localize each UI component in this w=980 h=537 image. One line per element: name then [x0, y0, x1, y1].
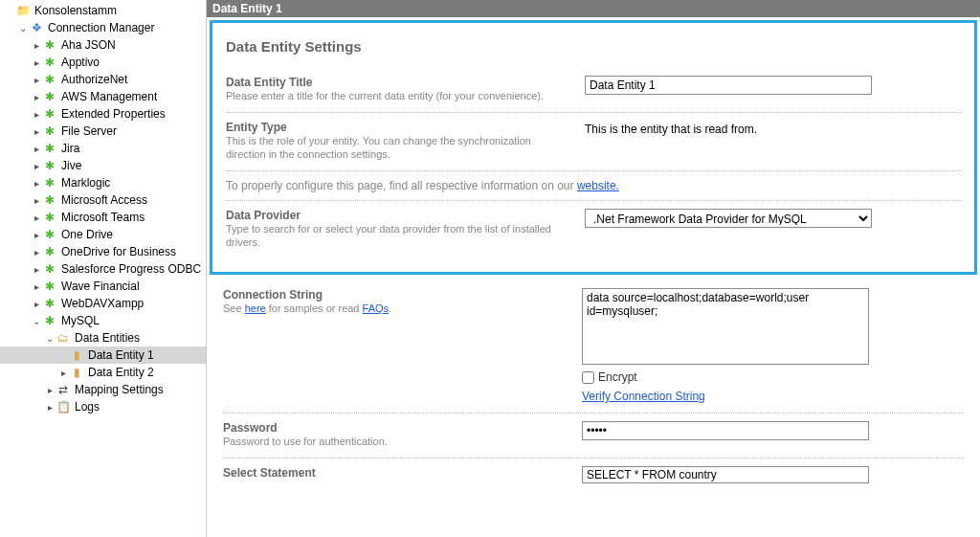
chevron-right-icon[interactable]: ▸ — [44, 385, 56, 395]
tree-connection-item[interactable]: ▸✱File Server — [0, 123, 206, 140]
password-label: Password — [223, 421, 563, 435]
connection-icon: ✱ — [42, 56, 57, 69]
tree-mapping-settings[interactable]: ▸ ⇄ Mapping Settings — [0, 381, 206, 398]
chevron-right-icon[interactable]: ▸ — [31, 247, 42, 257]
connection-icon: ✱ — [42, 297, 57, 310]
website-link[interactable]: website. — [577, 179, 619, 192]
settings-highlight-box: Data Entity Settings Data Entity Title P… — [210, 20, 977, 275]
tree-label: AuthorizeNet — [59, 73, 129, 86]
data-provider-select[interactable]: .Net Framework Data Provider for MySQL — [585, 209, 872, 228]
tree-data-entity-2[interactable]: ▸ ▮ Data Entity 2 — [0, 364, 206, 381]
tree-connection-item[interactable]: ▸✱OneDrive for Business — [0, 243, 206, 260]
chevron-right-icon[interactable]: ▸ — [31, 213, 42, 223]
encrypt-checkbox-row[interactable]: Encrypt — [582, 370, 964, 384]
tree-connection-item[interactable]: ▸✱Apptivo — [0, 54, 206, 71]
sidebar-tree: ▸ 📁 Konsolenstamm ⌄ ❖ Connection Manager… — [0, 0, 207, 537]
tree-connection-item[interactable]: ▸✱Extended Properties — [0, 105, 206, 123]
chevron-right-icon[interactable]: ▸ — [31, 178, 42, 189]
tree-root[interactable]: ▸ 📁 Konsolenstamm — [0, 2, 206, 19]
chevron-down-icon[interactable]: ⌄ — [17, 23, 29, 34]
tree-connection-item[interactable]: ⌄✱MySQL — [0, 312, 206, 329]
entity-icon: ▮ — [69, 366, 84, 379]
select-stmt-input[interactable] — [582, 466, 869, 483]
row-select-statement: Select Statement — [223, 459, 964, 483]
conn-string-textarea[interactable]: data source=localhost;database=world;use… — [582, 288, 869, 365]
panel-title-bar: Data Entity 1 — [207, 0, 980, 17]
encrypt-label: Encrypt — [598, 370, 637, 384]
chevron-down-icon[interactable]: ⌄ — [31, 316, 42, 326]
main-panel: Data Entity 1 Data Entity Settings Data … — [207, 0, 980, 537]
conn-string-label: Connection String — [223, 288, 563, 302]
entity-title-input[interactable] — [585, 76, 872, 95]
connection-icon: ✱ — [42, 124, 57, 138]
chevron-right-icon[interactable]: ▸ — [31, 144, 42, 154]
row-connection-string: Connection String See here for samples o… — [223, 280, 964, 414]
chevron-right-icon[interactable]: ▸ — [31, 75, 42, 85]
row-data-provider: Data Provider Type to search for or sele… — [226, 201, 961, 258]
chevron-right-icon[interactable]: ▸ — [31, 195, 42, 206]
tree-data-entity-1[interactable]: ▸ ▮ Data Entity 1 — [0, 347, 206, 364]
tree-label: Apptivo — [59, 56, 101, 69]
tree-label: Aha JSON — [59, 38, 118, 52]
chevron-right-icon[interactable]: ▸ — [31, 161, 42, 171]
section-title: Data Entity Settings — [226, 38, 961, 55]
tree-connection-item[interactable]: ▸✱Aha JSON — [0, 36, 206, 54]
tree-connection-item[interactable]: ▸✱AWS Management — [0, 88, 206, 105]
verify-connection-link[interactable]: Verify Connection String — [582, 390, 964, 403]
tree-data-entities-folder[interactable]: ⌄ 🗂 Data Entities — [0, 329, 206, 347]
connection-icon: ✱ — [42, 228, 57, 241]
connection-icon: ✱ — [42, 73, 57, 86]
connection-icon: ✱ — [42, 159, 57, 172]
chevron-down-icon[interactable]: ⌄ — [44, 333, 56, 344]
tree-connection-item[interactable]: ▸✱Microsoft Access — [0, 191, 206, 209]
tree-label: One Drive — [59, 228, 115, 241]
connection-icon: ✱ — [42, 107, 57, 121]
password-input[interactable] — [582, 421, 869, 440]
tree-connection-item[interactable]: ▸✱Wave Financial — [0, 278, 206, 295]
entity-title-label: Data Entity Title — [226, 76, 566, 89]
faqs-link[interactable]: FAQs — [363, 302, 390, 314]
folder-icon: 📁 — [15, 4, 31, 17]
tree-connection-manager[interactable]: ⌄ ❖ Connection Manager — [0, 19, 206, 36]
tree-label: Wave Financial — [59, 280, 142, 293]
encrypt-checkbox[interactable] — [582, 371, 594, 384]
panel-title: Data Entity 1 — [212, 2, 282, 15]
tree-label: Jive — [59, 159, 83, 172]
chevron-right-icon[interactable]: ▸ — [31, 92, 42, 102]
tree-logs[interactable]: ▸ 📋 Logs — [0, 398, 206, 415]
tree-label: OneDrive for Business — [59, 245, 178, 258]
here-link[interactable]: here — [245, 302, 266, 314]
entity-type-desc: This is the role of your entity. You can… — [226, 134, 566, 161]
tree-connection-item[interactable]: ▸✱Salesforce Progress ODBC — [0, 260, 206, 278]
data-provider-label: Data Provider — [226, 209, 566, 222]
connection-icon: ✱ — [42, 90, 57, 103]
data-provider-desc: Type to search for or select your data p… — [226, 222, 566, 249]
chevron-right-icon[interactable]: ▸ — [31, 57, 42, 68]
mapping-icon: ⇄ — [56, 383, 71, 396]
row-entity-title: Data Entity Title Please enter a title f… — [226, 68, 961, 113]
info-line: To properly configure this page, find al… — [226, 171, 961, 201]
tree-connection-item[interactable]: ▸✱Microsoft Teams — [0, 209, 206, 226]
tree-connection-item[interactable]: ▸✱One Drive — [0, 226, 206, 243]
tree-label-connmgr: Connection Manager — [46, 21, 156, 34]
chevron-right-icon[interactable]: ▸ — [31, 40, 42, 51]
connection-icon: ✱ — [42, 211, 57, 224]
chevron-right-icon[interactable]: ▸ — [31, 299, 42, 309]
chevron-right-icon[interactable]: ▸ — [31, 126, 42, 137]
select-stmt-label: Select Statement — [223, 466, 563, 480]
chevron-right-icon[interactable]: ▸ — [44, 402, 56, 413]
chevron-right-icon[interactable]: ▸ — [31, 264, 42, 275]
tree-connection-item[interactable]: ▸✱WebDAVXampp — [0, 295, 206, 312]
chevron-right-icon[interactable]: ▸ — [31, 281, 42, 292]
tree-connection-item[interactable]: ▸✱Marklogic — [0, 174, 206, 191]
entity-type-value: This is the entity that is read from. — [585, 121, 961, 136]
tree-label: MySQL — [59, 314, 101, 327]
tree-connection-item[interactable]: ▸✱Jira — [0, 140, 206, 157]
tree-connection-item[interactable]: ▸✱AuthorizeNet — [0, 71, 206, 88]
chevron-right-icon[interactable]: ▸ — [31, 230, 42, 240]
tree-connection-item[interactable]: ▸✱Jive — [0, 157, 206, 174]
chevron-right-icon[interactable]: ▸ — [57, 368, 69, 378]
chevron-right-icon[interactable]: ▸ — [31, 109, 42, 120]
logs-icon: 📋 — [56, 400, 71, 414]
entity-type-label: Entity Type — [226, 121, 566, 134]
